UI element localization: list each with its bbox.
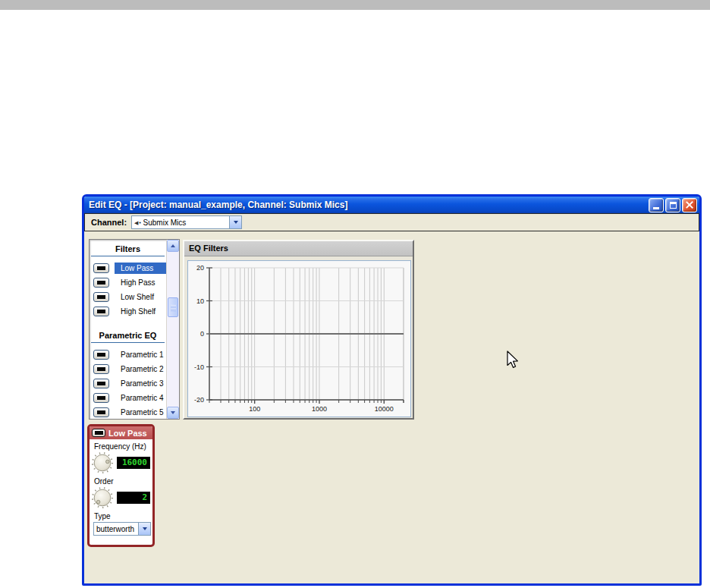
filter-item-low-shelf[interactable]: Low Shelf xyxy=(90,290,166,303)
bypass-toggle-icon[interactable] xyxy=(93,350,109,360)
top-strip xyxy=(0,0,710,10)
scroll-down-button[interactable] xyxy=(167,407,179,419)
type-label: Type xyxy=(94,512,152,520)
frequency-knob[interactable] xyxy=(91,451,114,474)
filter-item-parametric-3[interactable]: Parametric 3 xyxy=(90,376,166,390)
scroll-up-button[interactable] xyxy=(167,240,179,252)
eq-response-graph[interactable]: 20100-10-20100100010000 xyxy=(187,260,411,417)
bypass-toggle-icon[interactable] xyxy=(93,407,109,417)
low-pass-detail-panel: Low Pass Frequency (Hz) 16000 Order 2 xyxy=(87,424,155,547)
eq-filters-panel: EQ Filters 20100-10-20100100010000 xyxy=(183,240,414,420)
detail-panel-title: Low Pass xyxy=(108,429,147,438)
frequency-label: Frequency (Hz) xyxy=(94,442,152,451)
filter-item-label: Low Shelf xyxy=(115,291,166,303)
filters-header: Filters xyxy=(90,244,166,253)
bypass-toggle-icon[interactable] xyxy=(93,292,109,302)
channel-bar: Channel: ◀• Submix Mics xyxy=(84,213,699,231)
chevron-down-icon xyxy=(234,221,238,224)
parametric-eq-header: Parametric EQ xyxy=(90,331,166,340)
svg-text:1000: 1000 xyxy=(312,405,327,413)
knob-indicator-dot xyxy=(96,500,100,504)
filter-item-label: Low Pass xyxy=(115,263,166,274)
svg-text:-10: -10 xyxy=(194,363,204,371)
bypass-toggle-icon[interactable] xyxy=(93,379,109,388)
filter-item-low-pass[interactable]: Low Pass xyxy=(90,261,166,275)
filter-item-label: High Pass xyxy=(115,277,166,288)
close-button[interactable] xyxy=(682,198,697,212)
filters-scrollbar[interactable] xyxy=(166,240,179,419)
bypass-toggle-icon[interactable] xyxy=(93,393,109,403)
triangle-down-icon xyxy=(171,411,175,414)
maximize-icon xyxy=(670,202,677,209)
filter-item-parametric-4[interactable]: Parametric 4 xyxy=(90,391,166,404)
order-knob[interactable] xyxy=(91,486,114,509)
eq-filters-panel-header: EQ Filters xyxy=(184,241,413,256)
close-icon xyxy=(686,201,693,209)
chevron-down-icon xyxy=(143,527,147,530)
divider xyxy=(91,256,165,256)
svg-text:-20: -20 xyxy=(194,396,204,404)
maximize-button[interactable] xyxy=(665,198,680,212)
filter-item-label: Parametric 5 xyxy=(115,407,166,418)
svg-text:10: 10 xyxy=(196,297,204,305)
channel-label: Channel: xyxy=(91,218,127,227)
filter-item-high-shelf[interactable]: High Shelf xyxy=(90,304,166,318)
type-select[interactable]: butterworth xyxy=(93,522,151,536)
channel-select-arrow-button[interactable] xyxy=(229,216,241,228)
edit-eq-window: Edit EQ - [Project: manual_example, Chan… xyxy=(82,194,702,586)
window-content: Channel: ◀• Submix Mics Filters Low Pass… xyxy=(84,213,699,583)
filter-item-parametric-1[interactable]: Parametric 1 xyxy=(90,347,166,361)
filter-item-label: Parametric 4 xyxy=(115,392,166,404)
order-label: Order xyxy=(94,477,152,486)
bypass-toggle-icon[interactable] xyxy=(93,263,109,273)
low-pass-detail-header: Low Pass xyxy=(90,426,152,439)
minimize-icon xyxy=(653,207,659,209)
window-titlebar[interactable]: Edit EQ - [Project: manual_example, Chan… xyxy=(84,197,699,213)
svg-text:10000: 10000 xyxy=(375,405,394,413)
filter-item-label: Parametric 3 xyxy=(115,378,166,389)
bypass-toggle-icon[interactable] xyxy=(93,278,109,288)
knob-indicator-dot xyxy=(106,460,110,464)
svg-text:100: 100 xyxy=(249,405,260,413)
filter-item-label: High Shelf xyxy=(115,306,166,317)
mouse-cursor xyxy=(507,351,520,370)
svg-text:0: 0 xyxy=(200,330,204,338)
filter-item-parametric-2[interactable]: Parametric 2 xyxy=(90,362,166,376)
channel-select[interactable]: ◀• Submix Mics xyxy=(131,215,242,229)
type-select-arrow-button[interactable] xyxy=(138,523,150,535)
bypass-toggle-icon[interactable] xyxy=(92,429,105,437)
frequency-value-display[interactable]: 16000 xyxy=(117,457,150,469)
svg-text:20: 20 xyxy=(196,264,204,272)
scrollbar-thumb[interactable] xyxy=(168,297,178,317)
order-value-display[interactable]: 2 xyxy=(117,492,150,504)
type-select-value: butterworth xyxy=(94,523,138,535)
filter-item-parametric-5[interactable]: Parametric 5 xyxy=(90,405,166,419)
bypass-toggle-icon[interactable] xyxy=(93,307,109,316)
filter-item-high-pass[interactable]: High Pass xyxy=(90,275,166,289)
filter-item-label: Parametric 1 xyxy=(115,349,166,360)
filters-list-items: Filters Low Pass High Pass Low Shelf Hig… xyxy=(90,240,166,419)
divider xyxy=(91,342,165,343)
channel-type-icon: ◀• xyxy=(132,216,143,228)
eq-graph-svg[interactable]: 20100-10-20100100010000 xyxy=(188,261,410,417)
window-title: Edit EQ - [Project: manual_example, Chan… xyxy=(89,200,647,210)
filters-list: Filters Low Pass High Pass Low Shelf Hig… xyxy=(89,239,180,420)
bypass-toggle-icon[interactable] xyxy=(93,364,109,374)
channel-select-value: Submix Mics xyxy=(143,216,229,228)
triangle-up-icon xyxy=(171,244,175,247)
minimize-button[interactable] xyxy=(649,198,664,212)
filter-item-label: Parametric 2 xyxy=(115,363,166,375)
